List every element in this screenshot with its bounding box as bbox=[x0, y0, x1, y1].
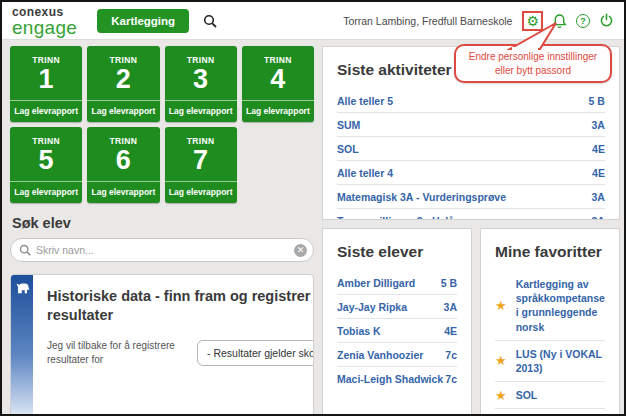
class-badge: 5 B bbox=[589, 95, 605, 107]
search-icon[interactable] bbox=[203, 14, 217, 28]
trinn-tile-7[interactable]: TRINN 7 Lag elevrapport bbox=[165, 127, 237, 203]
lag-elevrapport-link[interactable]: Lag elevrapport bbox=[165, 100, 237, 122]
callout-pointer bbox=[472, 22, 582, 50]
list-item[interactable]: Zenia Vanhoozier 7c bbox=[337, 343, 457, 367]
power-icon[interactable] bbox=[599, 13, 614, 28]
star-icon[interactable]: ★ bbox=[495, 389, 507, 402]
list-item[interactable]: Amber Dilligard 5 B bbox=[337, 271, 457, 295]
star-icon[interactable]: ★ bbox=[495, 299, 507, 312]
kartlegging-button[interactable]: Kartlegging bbox=[97, 9, 189, 33]
class-badge: 3A bbox=[592, 119, 605, 131]
lag-elevrapport-link[interactable]: Lag elevrapport bbox=[87, 100, 159, 122]
list-item[interactable]: Jay-Jay Ripka 3A bbox=[337, 295, 457, 319]
bottom-panels: Siste elever Amber Dilligard 5 B Jay-Jay… bbox=[322, 228, 620, 416]
logo-engage: engage bbox=[12, 18, 77, 37]
list-item[interactable]: Maci-Leigh Shadwick 7c bbox=[337, 367, 457, 390]
lag-elevrapport-link[interactable]: Lag elevrapport bbox=[87, 181, 159, 203]
historical-title: Historiske data - finn fram og registrer… bbox=[47, 287, 314, 325]
lag-elevrapport-link[interactable]: Lag elevrapport bbox=[10, 181, 82, 203]
activity-label[interactable]: Matemagisk 3A - Vurderingsprøve bbox=[337, 191, 506, 203]
class-badge: 4E bbox=[592, 167, 605, 179]
historical-row: Jeg vil tilbake for å registrere resulta… bbox=[47, 339, 314, 367]
favorite-item[interactable]: ★ Kartlegging av språkkompetanse i grunn… bbox=[495, 271, 605, 341]
conexus-engage-logo[interactable]: conexus engage bbox=[12, 6, 77, 37]
trinn-tile-5[interactable]: TRINN 5 Lag elevrapport bbox=[10, 127, 82, 203]
list-item[interactable]: Tusen millioner 3 - Helårsprøve 3A bbox=[337, 209, 605, 220]
panel-title: Mine favoritter bbox=[495, 243, 605, 261]
mine-favoritter-panel: Mine favoritter ★ Kartlegging av språkko… bbox=[480, 228, 620, 416]
star-icon[interactable]: ★ bbox=[495, 354, 507, 367]
trinn-tile-grid: TRINN 1 Lag elevrapport TRINN 2 Lag elev… bbox=[10, 46, 314, 203]
app-window: conexus engage Kartlegging Torran Lambin… bbox=[0, 0, 626, 416]
right-column: Siste aktiviteter Alle teller 5 5 B SUM … bbox=[322, 46, 620, 416]
left-column: TRINN 1 Lag elevrapport TRINN 2 Lag elev… bbox=[10, 46, 314, 416]
tile-number: 6 bbox=[116, 146, 131, 181]
panel-title: Siste elever bbox=[337, 243, 457, 261]
list-item[interactable]: Alle teller 5 5 B bbox=[337, 89, 605, 113]
class-badge: 3A bbox=[592, 191, 605, 203]
list-item[interactable]: Matemagisk 3A - Vurderingsprøve 3A bbox=[337, 185, 605, 209]
favorite-label[interactable]: LUS (Ny i VOKAL 2013) bbox=[516, 347, 605, 375]
sok-elev-title: Søk elev bbox=[12, 215, 314, 231]
activity-label[interactable]: SOL bbox=[337, 143, 359, 155]
favorite-label[interactable]: Kartlegging av språkkompetanse i grunnle… bbox=[516, 277, 605, 334]
clear-search-icon[interactable]: ✕ bbox=[294, 244, 307, 257]
tile-number: 4 bbox=[270, 65, 285, 100]
trinn-tile-6[interactable]: TRINN 6 Lag elevrapport bbox=[87, 127, 159, 203]
lag-elevrapport-link[interactable]: Lag elevrapport bbox=[165, 181, 237, 203]
class-badge: 3A bbox=[592, 215, 605, 221]
search-input[interactable] bbox=[36, 244, 294, 256]
historical-description: Jeg vil tilbake for å registrere resulta… bbox=[47, 339, 187, 367]
favorite-item[interactable]: ★ STAS 2. trinn bbox=[495, 409, 605, 416]
logo-conexus: conexus bbox=[12, 6, 77, 18]
lag-elevrapport-link[interactable]: Lag elevrapport bbox=[10, 100, 82, 122]
list-item[interactable]: SUM 3A bbox=[337, 113, 605, 137]
school-year-dropdown[interactable]: - Resultater gjelder skoleår bbox=[197, 340, 314, 366]
student-name[interactable]: Amber Dilligard bbox=[337, 277, 415, 289]
elephant-icon bbox=[15, 281, 30, 294]
tile-number: 1 bbox=[39, 65, 54, 100]
historical-card-content: Historiske data - finn fram og registrer… bbox=[33, 275, 314, 416]
search-icon bbox=[19, 244, 31, 256]
list-item[interactable]: SOL 4E bbox=[337, 137, 605, 161]
student-search-bar: ✕ bbox=[10, 238, 314, 262]
activity-label[interactable]: SUM bbox=[337, 119, 360, 131]
student-name[interactable]: Jay-Jay Ripka bbox=[337, 301, 407, 313]
list-item[interactable]: Tobias K 4E bbox=[337, 319, 457, 343]
class-badge: 3A bbox=[444, 301, 457, 313]
trinn-tile-1[interactable]: TRINN 1 Lag elevrapport bbox=[10, 46, 82, 122]
class-badge: 5 B bbox=[441, 277, 457, 289]
class-badge: 7c bbox=[445, 349, 457, 361]
favorite-label[interactable]: SOL bbox=[516, 388, 538, 402]
dropdown-value: - Resultater gjelder skoleår bbox=[207, 347, 314, 359]
tile-number: 7 bbox=[193, 146, 208, 181]
favorite-item[interactable]: ★ SOL bbox=[495, 382, 605, 409]
activity-label[interactable]: Tusen millioner 3 - Helårsprøve bbox=[337, 215, 493, 221]
tile-number: 2 bbox=[116, 65, 131, 100]
trinn-tile-2[interactable]: TRINN 2 Lag elevrapport bbox=[87, 46, 159, 122]
activity-label[interactable]: Alle teller 4 bbox=[337, 167, 393, 179]
class-badge: 7c bbox=[445, 373, 457, 385]
trinn-tile-4[interactable]: TRINN 4 Lag elevrapport bbox=[242, 46, 314, 122]
siste-elever-panel: Siste elever Amber Dilligard 5 B Jay-Jay… bbox=[322, 228, 472, 416]
favorite-item[interactable]: ★ LUS (Ny i VOKAL 2013) bbox=[495, 341, 605, 382]
card-accent-bar bbox=[11, 275, 33, 416]
main-content: TRINN 1 Lag elevrapport TRINN 2 Lag elev… bbox=[2, 40, 624, 416]
student-name[interactable]: Tobias K bbox=[337, 325, 381, 337]
list-item[interactable]: Alle teller 4 4E bbox=[337, 161, 605, 185]
class-badge: 4E bbox=[444, 325, 457, 337]
tile-number: 5 bbox=[39, 146, 54, 181]
trinn-tile-3[interactable]: TRINN 3 Lag elevrapport bbox=[165, 46, 237, 122]
historical-data-card: Historiske data - finn fram og registrer… bbox=[10, 274, 314, 416]
activity-label[interactable]: Alle teller 5 bbox=[337, 95, 393, 107]
class-badge: 4E bbox=[592, 143, 605, 155]
student-name[interactable]: Maci-Leigh Shadwick bbox=[337, 373, 443, 385]
tile-number: 3 bbox=[193, 65, 208, 100]
lag-elevrapport-link[interactable]: Lag elevrapport bbox=[242, 100, 314, 122]
student-name[interactable]: Zenia Vanhoozier bbox=[337, 349, 423, 361]
